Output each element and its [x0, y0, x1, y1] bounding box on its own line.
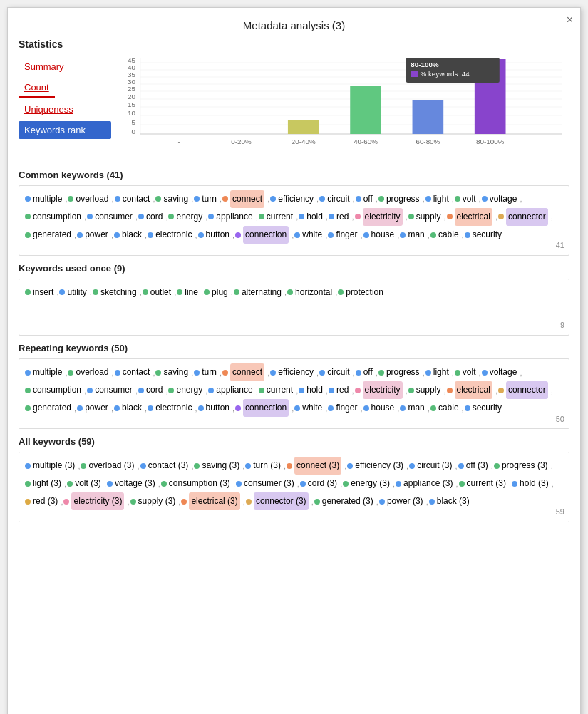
- keyword-tag: multiple: [25, 191, 62, 207]
- svg-rect-35: [411, 71, 418, 77]
- keyword-dot: [482, 196, 488, 202]
- keyword-dot: [408, 388, 414, 393]
- keyword-label: circuit: [327, 191, 349, 207]
- keyword-tag: saving: [155, 191, 188, 207]
- sidebar-item-count[interactable]: Count: [19, 78, 55, 98]
- close-button[interactable]: ×: [567, 14, 573, 26]
- keyword-dot: [25, 463, 31, 469]
- keyword-dot: [498, 214, 504, 219]
- keyword-tag: progress: [378, 191, 420, 207]
- svg-text:% keywords: 44: % keywords: 44: [420, 70, 469, 78]
- keyword-dot: [498, 388, 504, 393]
- keyword-tag: light: [425, 364, 449, 381]
- all-keywords-title: All keywords (59): [19, 435, 569, 448]
- keyword-tag: multiple (3): [25, 457, 75, 474]
- repeating-keywords-box[interactable]: multiple ,overload ,contact ,saving ,tur…: [19, 358, 569, 429]
- common-keywords-count: 41: [556, 238, 564, 253]
- keyword-tag: security: [465, 227, 502, 243]
- keyword-separator: ,: [517, 368, 522, 377]
- keyword-separator: ,: [76, 462, 80, 470]
- keyword-separator: ,: [441, 386, 445, 395]
- keyword-separator: ,: [82, 386, 86, 395]
- keyword-dot: [409, 463, 415, 469]
- keyword-dot: [155, 370, 161, 376]
- keywords-once-box[interactable]: insert ,utility ,sketching ,outlet ,line…: [19, 279, 569, 336]
- keyword-dot: [400, 232, 406, 238]
- svg-text:30: 30: [128, 78, 135, 86]
- keyword-label: electricity: [363, 208, 403, 226]
- keyword-label: overload: [76, 191, 108, 207]
- keyword-dot: [25, 370, 31, 376]
- keyword-dot: [77, 405, 83, 411]
- all-keywords-box[interactable]: multiple (3) ,overload (3) ,contact (3) …: [19, 452, 569, 522]
- svg-text:15: 15: [128, 100, 135, 108]
- keyword-label: light: [433, 364, 449, 381]
- keyword-tag: hold (3): [512, 475, 549, 492]
- keyword-separator: ,: [342, 462, 346, 470]
- svg-text:10: 10: [128, 109, 135, 117]
- keyword-separator: ,: [550, 480, 554, 488]
- sidebar-item-summary[interactable]: Summary: [19, 58, 111, 76]
- keyword-dot: [379, 499, 385, 505]
- keyword-tag: house: [363, 400, 395, 416]
- keyword-label: overload (3): [88, 457, 134, 474]
- common-keywords-title: Common keywords (41): [19, 168, 569, 182]
- keyword-separator: ,: [460, 404, 464, 413]
- keyword-label: generated: [33, 400, 71, 416]
- keyword-label: off: [363, 364, 373, 381]
- keyword-separator: ,: [125, 497, 129, 506]
- sidebar-item-uniqueness[interactable]: Uniqueness: [19, 100, 111, 118]
- keyword-tag: energy (3): [343, 475, 390, 492]
- keyword-tag: horizontal: [287, 284, 332, 301]
- keyword-separator: ,: [395, 404, 399, 413]
- keyword-separator: ,: [110, 195, 114, 203]
- keyword-dot: [204, 289, 210, 295]
- keyword-tag: generated: [25, 227, 71, 243]
- keyword-separator: ,: [54, 288, 58, 296]
- keyword-label: black: [122, 400, 142, 416]
- keyword-tag: connect: [222, 363, 264, 381]
- svg-text:60-80%: 60-80%: [416, 138, 440, 145]
- keyword-separator: ,: [102, 480, 106, 488]
- common-keywords-box[interactable]: multiple ,overload ,contact ,saving ,tur…: [19, 185, 569, 256]
- keyword-label: appliance: [216, 209, 252, 225]
- svg-text:35: 35: [128, 71, 135, 78]
- keyword-label: house: [371, 227, 395, 243]
- keyword-tag: power: [77, 400, 108, 416]
- svg-text:20-40%: 20-40%: [292, 138, 316, 145]
- keyword-dot: [235, 405, 241, 411]
- svg-rect-23: [288, 120, 319, 134]
- keyword-tag: white: [294, 227, 322, 243]
- keyword-separator: ,: [373, 368, 378, 377]
- keyword-separator: ,: [254, 212, 258, 221]
- keyword-separator: ,: [217, 195, 222, 203]
- keyword-separator: ,: [254, 386, 258, 395]
- keyword-dot: [59, 289, 65, 295]
- keyword-dot: [287, 289, 293, 295]
- keyword-tag: house: [363, 227, 395, 243]
- keyword-dot: [343, 481, 349, 487]
- keyword-label: consumer: [95, 209, 133, 225]
- keyword-label: horizontal: [295, 284, 332, 301]
- sidebar-item-keywords-rank[interactable]: Keywords rank: [19, 121, 111, 139]
- keyword-label: hold (3): [520, 475, 549, 492]
- keyword-separator: ,: [324, 386, 328, 395]
- keyword-dot: [25, 405, 31, 411]
- keyword-separator: ,: [133, 386, 138, 395]
- keyword-tag: turn: [194, 191, 217, 207]
- keyword-tag: overload: [68, 364, 108, 381]
- keyword-dot: [259, 388, 264, 393]
- keyword-dot: [222, 196, 228, 202]
- keyword-dot: [63, 499, 69, 505]
- keyword-separator: ,: [403, 212, 408, 221]
- keyword-tag: volt: [455, 364, 476, 381]
- keyword-label: off (3): [466, 457, 488, 474]
- keyword-tag: insert: [25, 284, 53, 301]
- keyword-label: power: [85, 227, 108, 243]
- keyword-tag: contact: [115, 191, 150, 207]
- keyword-separator: ,: [395, 231, 399, 239]
- keyword-label: outlet: [150, 284, 171, 301]
- keyword-separator: ,: [309, 497, 314, 506]
- keyword-dot: [177, 289, 182, 295]
- keyword-dot: [455, 196, 460, 202]
